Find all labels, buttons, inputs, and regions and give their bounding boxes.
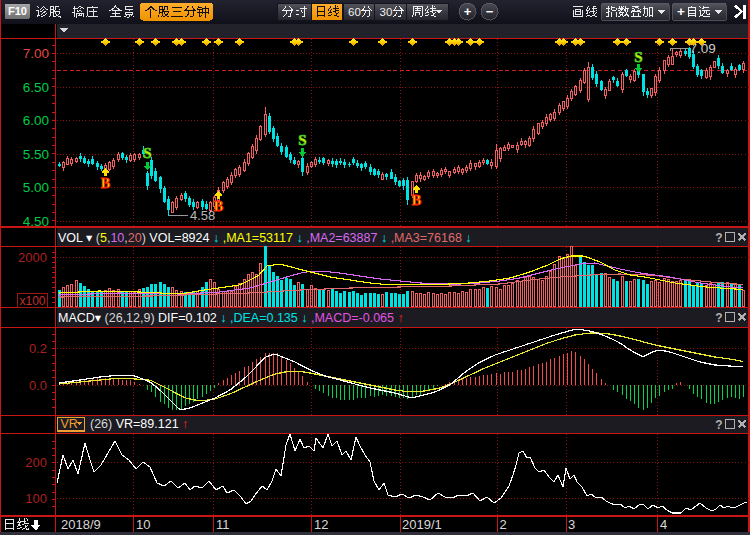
svg-text:B: B	[101, 176, 110, 191]
svg-text:?: ?	[715, 231, 722, 245]
svg-text:5.50: 5.50	[23, 147, 49, 162]
svg-text:B: B	[412, 193, 421, 208]
svg-text:x100: x100	[19, 294, 45, 308]
svg-text:2019/1: 2019/1	[402, 517, 442, 532]
svg-text:7.00: 7.00	[23, 46, 49, 61]
svg-text:2: 2	[500, 517, 507, 532]
svg-text:VR: VR	[61, 417, 78, 431]
svg-text:MACD▾ (26,12,9) DIF=0.102 ↓ ,: MACD▾ (26,12,9) DIF=0.102 ↓ ,DEA=0.135 ↓…	[58, 311, 404, 325]
svg-text:0.2: 0.2	[29, 341, 47, 356]
svg-text:−: −	[486, 4, 494, 19]
svg-text:200: 200	[25, 455, 47, 470]
svg-text:0.0: 0.0	[29, 378, 47, 393]
svg-text:(26) VR=89.121 ↑: (26) VR=89.121 ↑	[90, 417, 188, 431]
svg-text:VOL ▾ (5,10,20) VOL=8924 ↓ ,M: VOL ▾ (5,10,20) VOL=8924 ↓ ,MA1=53117 ↓ …	[58, 231, 472, 245]
svg-text:4.50: 4.50	[23, 214, 49, 229]
svg-text:B: B	[214, 199, 223, 214]
svg-text:30: 30	[380, 6, 393, 18]
svg-text:6.50: 6.50	[23, 80, 49, 95]
svg-text:F10: F10	[8, 5, 27, 17]
svg-text:10: 10	[136, 517, 150, 532]
svg-text:2000: 2000	[18, 250, 47, 265]
svg-text:4.58: 4.58	[190, 208, 215, 223]
svg-text:S: S	[143, 145, 151, 161]
svg-text:2018/9: 2018/9	[61, 517, 101, 532]
svg-text:6.00: 6.00	[23, 113, 49, 128]
svg-text:60: 60	[348, 6, 361, 18]
svg-text:S: S	[298, 132, 306, 148]
svg-text:+: +	[464, 4, 472, 19]
svg-text:5.00: 5.00	[23, 180, 49, 195]
svg-text:100: 100	[25, 491, 47, 506]
svg-text:3: 3	[568, 517, 575, 532]
svg-text:?: ?	[715, 418, 722, 432]
svg-text:+: +	[677, 4, 685, 19]
svg-text:S: S	[634, 49, 642, 65]
svg-text:11: 11	[216, 517, 230, 532]
svg-text:12: 12	[314, 517, 328, 532]
svg-text:?: ?	[715, 311, 722, 325]
svg-text:4: 4	[660, 517, 667, 532]
